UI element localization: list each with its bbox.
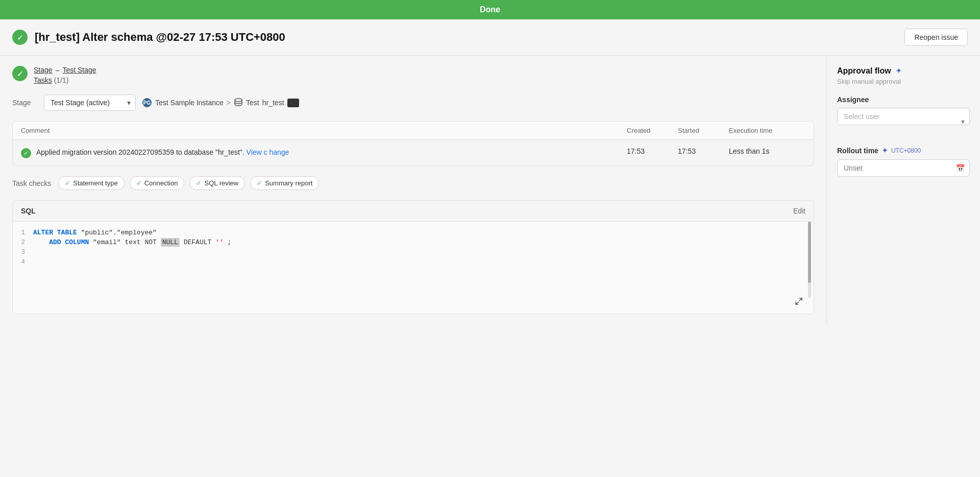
sql-scrollbar[interactable]	[807, 222, 812, 298]
issue-status-check: ✓	[12, 30, 28, 45]
stage-tasks-row: ✓ Stage – Test Stage Tasks (1/1)	[12, 66, 814, 84]
col-name: "email" text	[93, 238, 144, 246]
assignee-label: Assignee	[837, 96, 970, 104]
skip-manual-approval-link[interactable]: Skip manual approval	[837, 78, 970, 85]
right-panel: Approval flow ✦ Skip manual approval Ass…	[827, 56, 980, 324]
check-badge-sql-review: ✓ SQL review	[189, 176, 245, 190]
view-change-link[interactable]: View c hange	[247, 148, 289, 156]
kw-add: ADD COLUMN	[49, 238, 89, 246]
line-num-3: 3	[13, 248, 33, 256]
user-select-wrapper: Select user	[837, 108, 970, 135]
line-content-2: ADD COLUMN "email" text NOT NULL DEFAULT…	[33, 238, 231, 246]
svg-point-2	[235, 99, 242, 102]
stage-select[interactable]: Test Stage (active)	[44, 94, 136, 111]
rollout-sparkle-icon: ✦	[881, 146, 888, 155]
check-badge-statement: ✓ Statement type	[58, 176, 124, 190]
rollout-time-header: Rollout time ✦ UTC+0800	[837, 146, 970, 155]
svg-text:PG: PG	[143, 100, 151, 106]
terminal-badge: >_	[287, 99, 299, 107]
kw-alter: ALTER TABLE	[33, 229, 77, 236]
stage-separator: –	[56, 66, 60, 74]
rollout-time-input[interactable]	[837, 159, 970, 177]
top-bar-label: Done	[480, 5, 500, 14]
sql-title: SQL	[21, 207, 36, 215]
issue-title-row: ✓ [hr_test] Alter schema @02-27 17:53 UT…	[12, 30, 285, 45]
sql-line-1: 1 ALTER TABLE "public"."employee"	[13, 228, 814, 237]
assignee-select[interactable]: Select user	[837, 108, 970, 125]
check-label-sql-review: SQL review	[204, 179, 238, 187]
sql-line-2: 2 ADD COLUMN "email" text NOT NULL DEFAU…	[13, 237, 814, 247]
tasks-count: (1/1)	[54, 76, 69, 84]
check-icon-statement: ✓	[65, 179, 70, 187]
line-num-2: 2	[13, 238, 33, 246]
col-started: Started	[678, 127, 729, 134]
check-badge-summary: ✓ Summary report	[250, 176, 319, 190]
check-badge-connection: ✓ Connection	[130, 176, 185, 190]
path-arrow: >	[227, 99, 231, 107]
sql-line-4: 4	[13, 257, 814, 267]
col-created: Created	[627, 127, 678, 134]
line-content-4	[33, 258, 37, 266]
line-content-3	[33, 248, 37, 256]
check-label-statement: Statement type	[73, 179, 117, 187]
line-content-1: ALTER TABLE "public"."employee"	[33, 229, 157, 236]
reopen-issue-button[interactable]: Reopen issue	[904, 29, 968, 46]
db-icon	[234, 98, 243, 108]
comment-cell: ✓ Applied migration version 202402270953…	[21, 147, 627, 158]
sql-edit-button[interactable]: Edit	[793, 207, 805, 215]
left-panel: ✓ Stage – Test Stage Tasks (1/1) Stage T…	[0, 56, 827, 324]
db-path: PG Test Sample Instance > Test hr_test >…	[142, 98, 299, 108]
stage-links: Stage – Test Stage	[34, 66, 96, 74]
row-check-icon: ✓	[21, 148, 31, 158]
instance-name: Test Sample Instance	[155, 99, 224, 107]
task-checks-row: Task checks ✓ Statement type ✓ Connectio…	[12, 176, 814, 190]
postgres-icon: PG	[142, 98, 152, 108]
col-execution: Execution time	[729, 127, 805, 134]
tasks-link[interactable]: Tasks	[34, 76, 52, 84]
check-icon-sql-review: ✓	[196, 179, 202, 187]
task-checks-label: Task checks	[12, 179, 51, 187]
comment-table-header: Comment Created Started Execution time	[13, 122, 814, 140]
stage-field-label: Stage	[12, 99, 38, 107]
check-icon-summary: ✓	[257, 179, 262, 187]
col-comment: Comment	[21, 127, 627, 134]
check-label-summary: Summary report	[265, 179, 312, 187]
tasks-row: Tasks (1/1)	[34, 76, 96, 84]
stage-select-wrapper: Test Stage (active)	[44, 94, 136, 111]
kw-not: NOT	[144, 238, 160, 246]
stage-link[interactable]: Stage	[34, 66, 53, 74]
sql-editor: 1 ALTER TABLE "public"."employee" 2 ADD …	[13, 222, 814, 314]
kw-default: DEFAULT	[184, 238, 215, 246]
approval-flow-header: Approval flow ✦	[837, 66, 970, 76]
rollout-input-wrapper: 📅	[837, 159, 970, 177]
sql-header: SQL Edit	[13, 201, 814, 222]
issue-title: [hr_test] Alter schema @02-27 17:53 UTC+…	[35, 31, 285, 44]
expand-sql-button[interactable]	[794, 297, 803, 308]
approval-flow-title: Approval flow	[837, 66, 891, 76]
kw-empty-string: ''	[215, 238, 224, 246]
execution-time: Less than 1s	[729, 147, 805, 155]
comment-text: Applied migration version 20240227095359…	[36, 147, 289, 158]
started-time: 17:53	[678, 147, 729, 155]
comment-body: Applied migration version 20240227095359…	[36, 148, 244, 156]
test-stage-link[interactable]: Test Stage	[62, 66, 96, 74]
sparkle-icon: ✦	[895, 66, 902, 76]
sql-line-3: 3	[13, 247, 814, 257]
table-name: "public"."employee"	[81, 229, 157, 236]
stage-check-icon: ✓	[12, 66, 28, 81]
table-row: ✓ Applied migration version 202402270953…	[13, 140, 814, 165]
rollout-time-title: Rollout time	[837, 147, 878, 155]
kw-semicolon: ;	[228, 238, 232, 246]
issue-header: ✓ [hr_test] Alter schema @02-27 17:53 UT…	[0, 19, 980, 56]
kw-null: NULL	[161, 238, 180, 247]
db-name: Test	[246, 99, 259, 107]
line-num-4: 4	[13, 258, 33, 266]
content-area: ✓ Stage – Test Stage Tasks (1/1) Stage T…	[0, 56, 980, 324]
sql-section: SQL Edit 1 ALTER TABLE "public"."employe…	[12, 200, 814, 314]
created-time: 17:53	[627, 147, 678, 155]
stage-row: Stage Test Stage (active) PG Test Sample…	[12, 94, 814, 111]
top-bar-done: Done	[0, 0, 980, 19]
stage-info: Stage – Test Stage Tasks (1/1)	[34, 66, 96, 84]
schema-name: hr_test	[262, 99, 284, 107]
check-icon-connection: ✓	[136, 179, 142, 187]
